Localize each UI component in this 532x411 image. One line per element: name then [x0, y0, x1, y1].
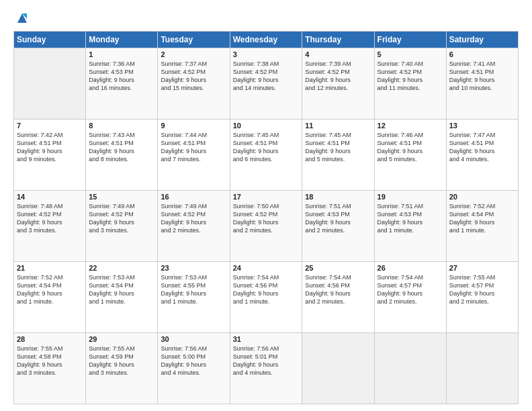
calendar-cell: 5Sunrise: 7:40 AM Sunset: 4:52 PM Daylig…	[374, 48, 446, 120]
calendar-cell	[374, 333, 446, 404]
day-number: 3	[233, 50, 300, 58]
weekday-header: Saturday	[446, 32, 518, 48]
calendar-header-row: SundayMondayTuesdayWednesdayThursdayFrid…	[14, 32, 519, 48]
day-number: 11	[305, 122, 371, 130]
day-info: Sunrise: 7:54 AM Sunset: 4:56 PM Dayligh…	[233, 273, 300, 306]
day-info: Sunrise: 7:44 AM Sunset: 4:51 PM Dayligh…	[161, 131, 226, 164]
calendar-week-row: 28Sunrise: 7:55 AM Sunset: 4:58 PM Dayli…	[14, 333, 519, 404]
day-number: 23	[161, 264, 226, 272]
day-number: 27	[449, 264, 515, 272]
day-number: 14	[17, 193, 83, 201]
day-info: Sunrise: 7:56 AM Sunset: 5:00 PM Dayligh…	[161, 345, 226, 377]
day-number: 1	[89, 50, 154, 58]
weekday-header: Monday	[86, 32, 158, 48]
calendar-cell: 26Sunrise: 7:54 AM Sunset: 4:57 PM Dayli…	[374, 262, 446, 333]
day-info: Sunrise: 7:38 AM Sunset: 4:52 PM Dayligh…	[233, 60, 300, 93]
calendar-cell: 10Sunrise: 7:45 AM Sunset: 4:51 PM Dayli…	[230, 120, 302, 191]
day-number: 19	[378, 193, 443, 201]
calendar-cell	[446, 333, 518, 404]
calendar-cell: 27Sunrise: 7:55 AM Sunset: 4:57 PM Dayli…	[446, 262, 518, 333]
calendar-cell: 15Sunrise: 7:49 AM Sunset: 4:52 PM Dayli…	[86, 191, 158, 262]
day-info: Sunrise: 7:45 AM Sunset: 4:51 PM Dayligh…	[233, 131, 300, 164]
day-info: Sunrise: 7:56 AM Sunset: 5:01 PM Dayligh…	[233, 345, 300, 377]
calendar-cell: 6Sunrise: 7:41 AM Sunset: 4:51 PM Daylig…	[446, 48, 518, 120]
logo-icon	[15, 11, 30, 26]
weekday-header: Tuesday	[158, 32, 230, 48]
day-info: Sunrise: 7:53 AM Sunset: 4:55 PM Dayligh…	[161, 273, 226, 306]
calendar-cell: 1Sunrise: 7:36 AM Sunset: 4:53 PM Daylig…	[86, 48, 158, 120]
day-number: 28	[17, 335, 83, 343]
day-number: 10	[233, 122, 300, 130]
calendar-cell	[14, 48, 86, 120]
weekday-header: Friday	[374, 32, 446, 48]
calendar-cell: 31Sunrise: 7:56 AM Sunset: 5:01 PM Dayli…	[230, 333, 302, 404]
day-number: 7	[17, 122, 83, 130]
calendar-cell: 12Sunrise: 7:46 AM Sunset: 4:51 PM Dayli…	[374, 120, 446, 191]
weekday-header: Wednesday	[230, 32, 302, 48]
day-info: Sunrise: 7:45 AM Sunset: 4:51 PM Dayligh…	[305, 131, 371, 164]
day-info: Sunrise: 7:52 AM Sunset: 4:54 PM Dayligh…	[17, 273, 83, 306]
calendar-cell: 20Sunrise: 7:52 AM Sunset: 4:54 PM Dayli…	[446, 191, 518, 262]
calendar-cell: 13Sunrise: 7:47 AM Sunset: 4:51 PM Dayli…	[446, 120, 518, 191]
weekday-header: Sunday	[14, 32, 86, 48]
weekday-header: Thursday	[302, 32, 374, 48]
day-number: 18	[305, 193, 371, 201]
top-header	[13, 11, 519, 26]
calendar-week-row: 1Sunrise: 7:36 AM Sunset: 4:53 PM Daylig…	[14, 48, 519, 120]
day-info: Sunrise: 7:51 AM Sunset: 4:53 PM Dayligh…	[305, 202, 371, 235]
calendar-cell: 30Sunrise: 7:56 AM Sunset: 5:00 PM Dayli…	[158, 333, 230, 404]
calendar-cell: 8Sunrise: 7:43 AM Sunset: 4:51 PM Daylig…	[86, 120, 158, 191]
calendar-cell: 4Sunrise: 7:39 AM Sunset: 4:52 PM Daylig…	[302, 48, 374, 120]
day-number: 16	[161, 193, 226, 201]
calendar-cell: 22Sunrise: 7:53 AM Sunset: 4:54 PM Dayli…	[86, 262, 158, 333]
day-info: Sunrise: 7:42 AM Sunset: 4:51 PM Dayligh…	[17, 131, 83, 164]
day-info: Sunrise: 7:41 AM Sunset: 4:51 PM Dayligh…	[449, 60, 515, 93]
calendar-cell: 21Sunrise: 7:52 AM Sunset: 4:54 PM Dayli…	[14, 262, 86, 333]
day-number: 5	[378, 50, 443, 58]
day-number: 21	[17, 264, 83, 272]
day-info: Sunrise: 7:55 AM Sunset: 4:57 PM Dayligh…	[449, 273, 515, 306]
day-info: Sunrise: 7:36 AM Sunset: 4:53 PM Dayligh…	[89, 60, 154, 93]
calendar-cell: 3Sunrise: 7:38 AM Sunset: 4:52 PM Daylig…	[230, 48, 302, 120]
day-info: Sunrise: 7:55 AM Sunset: 4:58 PM Dayligh…	[17, 345, 83, 377]
day-info: Sunrise: 7:55 AM Sunset: 4:59 PM Dayligh…	[89, 345, 154, 377]
day-info: Sunrise: 7:50 AM Sunset: 4:52 PM Dayligh…	[233, 202, 300, 235]
day-number: 13	[449, 122, 515, 130]
day-number: 26	[378, 264, 443, 272]
day-number: 22	[89, 264, 154, 272]
calendar-cell: 19Sunrise: 7:51 AM Sunset: 4:53 PM Dayli…	[374, 191, 446, 262]
day-number: 20	[449, 193, 515, 201]
day-number: 15	[89, 193, 154, 201]
day-info: Sunrise: 7:49 AM Sunset: 4:52 PM Dayligh…	[89, 202, 154, 235]
calendar-week-row: 7Sunrise: 7:42 AM Sunset: 4:51 PM Daylig…	[14, 120, 519, 191]
day-number: 17	[233, 193, 300, 201]
day-info: Sunrise: 7:53 AM Sunset: 4:54 PM Dayligh…	[89, 273, 154, 306]
calendar-cell: 16Sunrise: 7:49 AM Sunset: 4:52 PM Dayli…	[158, 191, 230, 262]
calendar-cell	[302, 333, 374, 404]
calendar-cell: 17Sunrise: 7:50 AM Sunset: 4:52 PM Dayli…	[230, 191, 302, 262]
day-info: Sunrise: 7:54 AM Sunset: 4:57 PM Dayligh…	[378, 273, 443, 306]
day-number: 2	[161, 50, 226, 58]
calendar-cell: 18Sunrise: 7:51 AM Sunset: 4:53 PM Dayli…	[302, 191, 374, 262]
logo	[13, 11, 30, 26]
day-info: Sunrise: 7:54 AM Sunset: 4:56 PM Dayligh…	[305, 273, 371, 306]
day-info: Sunrise: 7:37 AM Sunset: 4:52 PM Dayligh…	[161, 60, 226, 93]
day-number: 31	[233, 335, 300, 343]
calendar-table: SundayMondayTuesdayWednesdayThursdayFrid…	[13, 31, 519, 404]
calendar-cell: 28Sunrise: 7:55 AM Sunset: 4:58 PM Dayli…	[14, 333, 86, 404]
day-number: 30	[161, 335, 226, 343]
day-number: 6	[449, 50, 515, 58]
day-number: 9	[161, 122, 226, 130]
day-number: 4	[305, 50, 371, 58]
calendar-cell: 9Sunrise: 7:44 AM Sunset: 4:51 PM Daylig…	[158, 120, 230, 191]
calendar-cell: 25Sunrise: 7:54 AM Sunset: 4:56 PM Dayli…	[302, 262, 374, 333]
calendar-cell: 2Sunrise: 7:37 AM Sunset: 4:52 PM Daylig…	[158, 48, 230, 120]
day-info: Sunrise: 7:51 AM Sunset: 4:53 PM Dayligh…	[378, 202, 443, 235]
day-info: Sunrise: 7:49 AM Sunset: 4:52 PM Dayligh…	[161, 202, 226, 235]
calendar-cell: 24Sunrise: 7:54 AM Sunset: 4:56 PM Dayli…	[230, 262, 302, 333]
day-info: Sunrise: 7:43 AM Sunset: 4:51 PM Dayligh…	[89, 131, 154, 164]
page: SundayMondayTuesdayWednesdayThursdayFrid…	[0, 0, 532, 411]
day-info: Sunrise: 7:39 AM Sunset: 4:52 PM Dayligh…	[305, 60, 371, 93]
day-number: 25	[305, 264, 371, 272]
day-number: 8	[89, 122, 154, 130]
